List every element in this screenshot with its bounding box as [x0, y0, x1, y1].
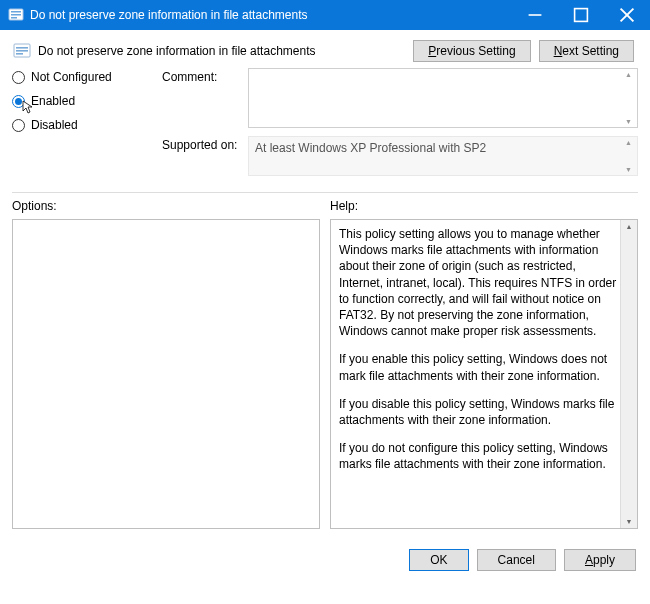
svg-rect-2 — [11, 14, 21, 16]
svg-rect-1 — [11, 11, 21, 13]
comment-label: Comment: — [162, 68, 248, 128]
svg-rect-11 — [16, 53, 23, 55]
scroll-down-icon: ▼ — [625, 118, 632, 125]
comment-textarea[interactable]: ▲ ▼ — [248, 68, 638, 128]
scroll-up-icon: ▲ — [625, 71, 632, 78]
page-title: Do not preserve zone information in file… — [38, 44, 413, 58]
options-label: Options: — [12, 199, 320, 213]
cancel-button[interactable]: Cancel — [477, 549, 556, 571]
help-text-p4: If you do not configure this policy sett… — [339, 440, 617, 472]
scroll-down-icon: ▼ — [625, 166, 632, 173]
help-label: Help: — [330, 199, 638, 213]
radio-label: Not Configured — [31, 70, 112, 84]
supported-on-label: Supported on: — [162, 136, 248, 176]
help-text-p1: This policy setting allows you to manage… — [339, 226, 617, 339]
divider — [12, 192, 638, 193]
policy-header-icon — [12, 41, 32, 61]
svg-rect-3 — [11, 17, 17, 19]
close-button[interactable] — [604, 0, 650, 30]
comment-scrollbar[interactable]: ▲ ▼ — [620, 69, 637, 127]
svg-rect-10 — [16, 50, 28, 52]
maximize-button[interactable] — [558, 0, 604, 30]
dialog-footer: OK Cancel Apply — [0, 539, 650, 581]
titlebar: Do not preserve zone information in file… — [0, 0, 650, 30]
help-text-p3: If you disable this policy setting, Wind… — [339, 396, 617, 428]
ok-button[interactable]: OK — [409, 549, 468, 571]
scroll-up-icon: ▲ — [626, 220, 633, 233]
supported-scrollbar: ▲ ▼ — [620, 137, 637, 175]
scroll-down-icon: ▼ — [626, 515, 633, 528]
svg-rect-5 — [575, 9, 588, 22]
radio-not-configured[interactable]: Not Configured — [12, 70, 162, 84]
radio-label: Disabled — [31, 118, 78, 132]
help-scrollbar[interactable]: ▲ ▼ — [620, 220, 637, 528]
policy-icon — [8, 7, 24, 23]
minimize-button[interactable] — [512, 0, 558, 30]
previous-setting-button[interactable]: Previous Setting — [413, 40, 530, 62]
options-panel — [12, 219, 320, 529]
radio-label: Enabled — [31, 94, 75, 108]
svg-rect-9 — [16, 47, 28, 49]
window-title: Do not preserve zone information in file… — [30, 8, 512, 22]
supported-on-value: At least Windows XP Professional with SP… — [248, 136, 638, 176]
help-panel: This policy setting allows you to manage… — [330, 219, 638, 529]
next-setting-button[interactable]: Next Setting — [539, 40, 634, 62]
scroll-up-icon: ▲ — [625, 139, 632, 146]
help-text-p2: If you enable this policy setting, Windo… — [339, 351, 617, 383]
apply-button[interactable]: Apply — [564, 549, 636, 571]
radio-disabled[interactable]: Disabled — [12, 118, 162, 132]
radio-enabled[interactable]: Enabled — [12, 94, 162, 108]
